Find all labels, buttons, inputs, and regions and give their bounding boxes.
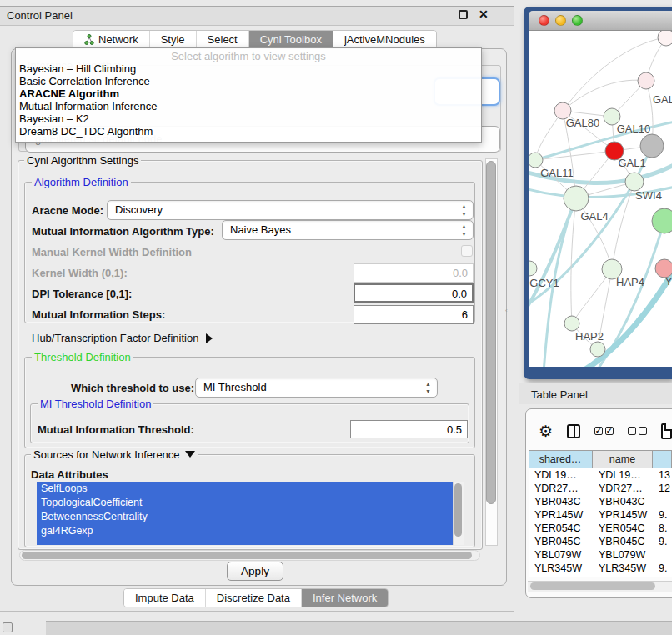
algorithm-option[interactable]: Dream8 DC_TDC Algorithm <box>16 125 481 138</box>
network-node[interactable] <box>640 134 664 158</box>
algorithm-option[interactable]: Bayesian – Hill Climbing <box>16 62 481 75</box>
tab-select[interactable]: Select <box>197 31 249 48</box>
network-node-label: GAL11 <box>540 167 574 179</box>
algorithm-dropdown-list: Bayesian – Hill ClimbingBasic Correlatio… <box>16 62 481 138</box>
close-traffic-light-icon[interactable] <box>539 15 549 26</box>
algorithm-option[interactable]: Bayesian – K2 <box>16 112 481 125</box>
hub-transcription-factor-expander[interactable]: Hub/Transcription Factor Definition <box>32 332 213 344</box>
float-window-icon[interactable] <box>459 10 468 19</box>
expanded-arrow-icon <box>185 451 195 458</box>
algorithm-dropdown-placeholder: Select algorithm to view settings <box>16 50 481 62</box>
tab-infer-network[interactable]: Infer Network <box>302 589 388 607</box>
data-attributes-label: Data Attributes <box>31 468 108 481</box>
table-cell: 12 <box>653 482 672 495</box>
settings-scrollbar-thumb[interactable] <box>486 161 496 504</box>
checked-pair-icon[interactable]: ✓ ✓ <box>594 427 614 435</box>
apply-button[interactable]: Apply <box>227 562 283 581</box>
table-cell: YER054C <box>529 522 593 535</box>
network-node[interactable] <box>652 208 672 233</box>
tab-label: Select <box>208 31 238 48</box>
table-row[interactable]: YBR043CYBR043C <box>529 495 672 508</box>
algorithm-option[interactable]: ARACNE Algorithm <box>16 88 481 100</box>
manual-kernel-width-label: Manual Kernel Width Definition <box>32 246 192 258</box>
gear-icon[interactable]: ⚙ <box>539 423 553 439</box>
table-row[interactable]: YDL19…YDL19…13 <box>529 468 672 482</box>
network-view-canvas[interactable]: GALGAL80GAL10GAL1GAL11SWI4GAL4GCY1HAP4YH… <box>529 31 672 367</box>
table-header-row: shared…name <box>529 450 672 468</box>
table-row[interactable]: YER054CYER054C8. <box>529 522 672 535</box>
network-node[interactable] <box>529 152 543 168</box>
page-icon[interactable] <box>661 423 672 439</box>
network-window-titlebar[interactable] <box>529 11 672 31</box>
network-edge <box>599 221 664 367</box>
mi-threshold-label: Mutual Information Threshold: <box>38 423 194 436</box>
table-row[interactable]: YIL052CYIL052C9 <box>529 575 672 578</box>
panel-divider <box>514 6 514 612</box>
panel-resize-grip[interactable]: ‹ <box>505 308 509 313</box>
table-cell: YBL079W <box>529 548 593 562</box>
unchecked-pair-icon[interactable] <box>628 427 647 435</box>
table-horizontal-scrollbar-thumb[interactable] <box>530 582 655 590</box>
mi-algorithm-type-combobox[interactable]: Naive Bayes ▲▼ <box>222 220 474 240</box>
table-cell: YBR045C <box>529 535 593 548</box>
zoom-traffic-light-icon[interactable] <box>572 15 583 26</box>
column-header[interactable]: name <box>593 451 653 468</box>
network-node[interactable] <box>564 186 589 211</box>
network-node-label: GAL80 <box>566 117 599 129</box>
algorithm-definition-title: Algorithm Definition <box>32 176 131 188</box>
network-node[interactable] <box>564 316 579 331</box>
network-node[interactable] <box>638 72 654 89</box>
control-panel-titlebar <box>0 6 514 26</box>
stepper-arrows-icon: ▲▼ <box>461 222 467 238</box>
network-node-label: SWI4 <box>635 189 662 202</box>
data-attributes-list: SelfLoopsTopologicalCoefficientBetweenne… <box>37 482 464 545</box>
mi-steps-field[interactable]: 6 <box>354 305 474 324</box>
attribute-item[interactable]: gal4RGexp <box>37 524 464 538</box>
sources-horizontal-scrollbar-thumb[interactable] <box>22 552 472 559</box>
algorithm-option[interactable]: Basic Correlation Inference <box>16 75 481 88</box>
cyni-bottom-tabs: Impute DataDiscretize DataInfer Network <box>123 588 389 608</box>
table-row[interactable]: YDR27…YDR27…12 <box>529 482 672 495</box>
tab-cyni-toolbox[interactable]: Cyni Toolbox <box>249 31 333 48</box>
tab-jactivemnodules[interactable]: jActiveMNodules <box>333 31 436 48</box>
table-panel-title: Table Panel <box>531 388 588 401</box>
table-cell: YDL19… <box>529 468 593 482</box>
which-threshold-combobox[interactable]: MI Threshold ▲▼ <box>195 378 438 398</box>
attributes-scrollbar-thumb[interactable] <box>454 483 462 537</box>
network-node[interactable] <box>658 31 672 46</box>
aracne-mode-combobox[interactable]: Discovery ▲▼ <box>107 200 474 220</box>
minimize-traffic-light-icon[interactable] <box>555 15 566 26</box>
panel-divider <box>0 611 514 612</box>
split-columns-icon[interactable] <box>567 424 580 438</box>
table-row[interactable]: YBR045CYBR045C9. <box>529 535 672 548</box>
kernel-width-label: Kernel Width (0,1): <box>32 267 128 279</box>
tab-impute-data[interactable]: Impute Data <box>124 589 206 607</box>
attribute-item[interactable]: TopologicalCoefficient <box>37 496 464 510</box>
table-row[interactable]: YBL079WYBL079W <box>529 548 672 562</box>
table-row[interactable]: YPR145WYPR145W9. <box>529 508 672 522</box>
table-cell: 9. <box>653 535 672 548</box>
network-node[interactable] <box>625 172 644 191</box>
dpi-tolerance-label: DPI Tolerance [0,1]: <box>32 288 132 300</box>
corner-grip-icon <box>3 622 13 632</box>
dpi-tolerance-field[interactable]: 0.0 <box>354 283 474 302</box>
table-cell: YDR27… <box>593 482 653 495</box>
algorithm-option[interactable]: Mutual Information Inference <box>16 100 481 112</box>
table-cell: YDR27… <box>529 482 593 495</box>
tab-discretize-data[interactable]: Discretize Data <box>206 589 302 607</box>
table-row[interactable]: YLR345WYLR345W9. <box>529 562 672 575</box>
attribute-item[interactable]: SelfLoops <box>37 482 464 496</box>
tab-style[interactable]: Style <box>150 31 197 48</box>
column-header[interactable] <box>653 451 672 468</box>
table-cell <box>653 548 672 562</box>
network-node[interactable] <box>529 261 537 276</box>
tab-network[interactable]: Network <box>73 31 150 48</box>
attribute-item[interactable]: BetweennessCentrality <box>37 510 464 524</box>
kernel-width-field: 0.0 <box>354 263 474 282</box>
network-node[interactable] <box>590 342 605 357</box>
column-header[interactable]: shared… <box>529 451 593 468</box>
attribute-item[interactable] <box>37 538 464 545</box>
mi-threshold-field[interactable]: 0.5 <box>350 420 468 438</box>
close-icon[interactable]: ✕ <box>479 8 489 21</box>
sources-group-title[interactable]: Sources for Network Inference <box>31 448 198 461</box>
